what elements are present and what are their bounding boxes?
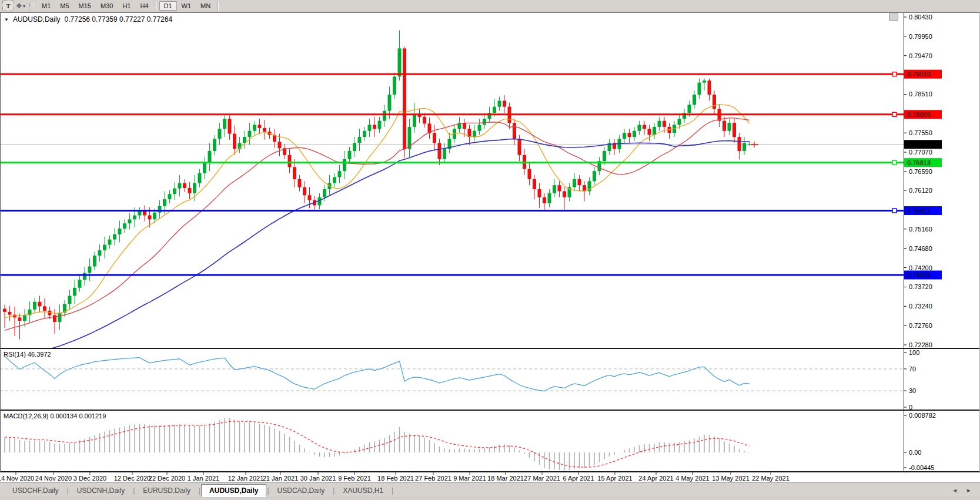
macd-histogram-bar	[564, 452, 565, 471]
candle-down	[148, 216, 152, 220]
candle-down	[288, 155, 292, 167]
rsi-line	[5, 356, 750, 391]
tab-separator: |	[391, 486, 394, 495]
macd-histogram-bar	[589, 452, 590, 467]
macd-histogram-bar	[259, 424, 260, 452]
macd-histogram-bar	[274, 428, 275, 452]
tab-xauusd-h1[interactable]: XAUUSD,H1	[335, 485, 391, 496]
timeframe-button-m1[interactable]: M1	[37, 1, 55, 11]
macd-histogram-bar	[299, 445, 300, 452]
macd-histogram-bar	[204, 425, 205, 452]
candle-up	[363, 131, 366, 137]
macd-histogram-bar	[529, 452, 530, 458]
candle-up	[93, 256, 96, 266]
candle-up	[78, 280, 82, 288]
candle-up	[553, 185, 556, 193]
macd-histogram-bar	[389, 435, 390, 452]
candle-up	[193, 183, 196, 193]
timeframe-button-m15[interactable]: M15	[74, 1, 96, 11]
tab-eurusd-daily[interactable]: EURUSD,Daily	[135, 485, 198, 496]
candle-up	[208, 151, 212, 163]
pane-divider[interactable]	[0, 348, 980, 349]
chart-dropdown-icon[interactable]: ▼	[4, 17, 9, 22]
candle-up	[243, 137, 246, 143]
level-price-label: 0.79010	[907, 71, 931, 78]
macd-histogram-bar	[219, 420, 220, 452]
candle-down	[648, 129, 651, 135]
macd-histogram-bar	[419, 437, 420, 452]
timeframe-button-h1[interactable]: H1	[118, 1, 135, 11]
macd-histogram-bar	[614, 452, 615, 455]
pane-divider[interactable]	[0, 410, 980, 411]
hline-handle-0.75617[interactable]	[892, 209, 897, 213]
timeframe-button-w1[interactable]: W1	[177, 1, 196, 11]
macd-histogram-bar	[249, 422, 250, 452]
candle-up	[678, 119, 681, 125]
candle-down	[53, 315, 56, 322]
text-tool-button[interactable]: T	[2, 1, 14, 11]
macd-tick-label: -0.00445	[909, 464, 934, 471]
candle-up	[742, 143, 746, 151]
date-label: 21 Jan 2021	[263, 475, 299, 482]
candle-down	[438, 143, 441, 159]
macd-histogram-bar	[229, 418, 230, 452]
candle-up	[358, 137, 362, 143]
candle-up	[693, 95, 696, 105]
macd-histogram-bar	[669, 443, 670, 452]
candle-up	[748, 145, 751, 145]
candle-up	[123, 223, 126, 229]
tab-scroll-right-icon[interactable]: ►	[966, 487, 972, 494]
mt4-window: 0.804300.799500.794700.785100.775500.770…	[0, 0, 980, 500]
candle-up	[178, 183, 182, 189]
hline-handle-0.79010[interactable]	[892, 72, 897, 76]
macd-histogram-bar	[54, 444, 55, 452]
date-label: 22 Dec 2020	[149, 475, 185, 482]
hline-handle-0.78009[interactable]	[892, 112, 897, 116]
macd-histogram-bar	[224, 418, 225, 452]
macd-tick-label: 0.00	[909, 449, 921, 456]
macd-histogram-bar	[649, 444, 650, 452]
candle-up	[88, 266, 92, 273]
cursor-style-button[interactable]: ❖ ▾	[15, 1, 26, 11]
macd-histogram-bar	[94, 435, 95, 452]
candle-up	[638, 125, 641, 130]
candle-up	[338, 171, 342, 177]
candle-up	[173, 189, 176, 194]
macd-signal-line	[5, 421, 750, 467]
candle-up	[593, 171, 596, 181]
macd-histogram-bar	[269, 427, 270, 452]
tab-usdcad-daily[interactable]: USDCAD,Daily	[270, 485, 333, 496]
macd-histogram-bar	[284, 434, 285, 452]
date-label: 27 Mar 2021	[524, 475, 560, 482]
macd-histogram-bar	[659, 442, 660, 452]
timeframe-button-mn[interactable]: MN	[196, 1, 215, 11]
timeframe-button-d1[interactable]: D1	[159, 1, 177, 11]
macd-histogram-bar	[44, 441, 45, 452]
timeframe-button-m5[interactable]: M5	[55, 1, 73, 11]
macd-histogram-bar	[384, 438, 385, 452]
candle-down	[538, 189, 541, 197]
candle-down	[563, 191, 566, 197]
timeframe-button-h4[interactable]: H4	[135, 1, 153, 11]
tab-usdcnh-daily[interactable]: USDCNH,Daily	[69, 485, 132, 496]
date-label: 22 May 2021	[752, 475, 790, 482]
tab-audusd-daily[interactable]: AUDUSD,Daily	[201, 484, 266, 497]
hline-handle-0.76813[interactable]	[892, 160, 897, 165]
level-price-label: 0.76813	[907, 159, 931, 166]
chart-corner-button[interactable]	[889, 14, 898, 21]
candle-down	[738, 137, 741, 151]
macd-histogram-bar	[124, 427, 125, 452]
macd-histogram-bar	[109, 430, 111, 452]
timeframe-button-m30[interactable]: M30	[96, 1, 118, 11]
macd-histogram-bar	[29, 441, 31, 452]
candle-down	[263, 128, 266, 132]
symbol-tabbar: USDCHF,Daily|USDCNH,Daily|EURUSD,Daily|A…	[0, 482, 980, 498]
macd-histogram-bar	[489, 447, 490, 452]
candle-up	[153, 213, 156, 220]
tab-usdchf-daily[interactable]: USDCHF,Daily	[5, 485, 66, 496]
date-label: 9 Feb 2021	[338, 475, 371, 482]
price-tick-label: 0.79470	[909, 52, 932, 59]
level-price-label: 0.75617	[907, 207, 931, 214]
tab-scroll-left-icon[interactable]: ◄	[952, 487, 958, 494]
macd-histogram-bar	[629, 448, 630, 452]
